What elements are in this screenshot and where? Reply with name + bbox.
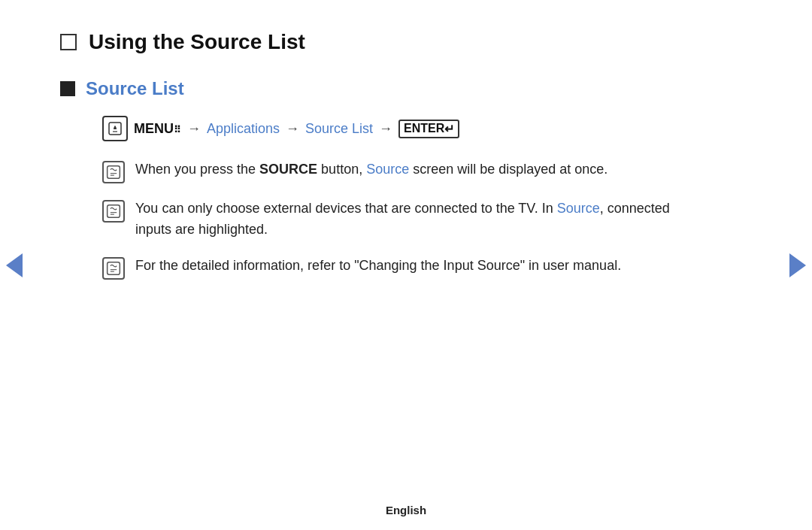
svg-rect-4 bbox=[108, 205, 120, 218]
menu-label: MENU⠿ bbox=[134, 121, 181, 137]
note-text-2: You can only choose external devices tha… bbox=[135, 198, 677, 241]
note-item-2: You can only choose external devices tha… bbox=[102, 198, 677, 241]
main-content: Using the Source List Source List MENU⠿ … bbox=[0, 0, 737, 325]
menu-finger-icon bbox=[102, 116, 128, 141]
section-title: Source List bbox=[86, 78, 184, 99]
note-icon-2 bbox=[102, 200, 125, 223]
arrow-1: → bbox=[187, 121, 201, 137]
source-list-link: Source List bbox=[305, 121, 373, 137]
svg-rect-7 bbox=[108, 262, 120, 274]
arrow-2: → bbox=[286, 121, 299, 137]
note-icon-3 bbox=[102, 257, 125, 280]
page-title: Using the Source List bbox=[89, 30, 305, 54]
menu-path: MENU⠿ → Applications → Source List → ENT… bbox=[102, 116, 677, 141]
section-header: Source List bbox=[60, 78, 677, 99]
note-text-3: For the detailed information, refer to "… bbox=[135, 256, 621, 277]
applications-link: Applications bbox=[207, 121, 280, 137]
title-checkbox-icon bbox=[60, 34, 77, 50]
arrow-3: → bbox=[379, 121, 392, 137]
enter-label: ENTER bbox=[404, 122, 444, 135]
note-item-3: For the detailed information, refer to "… bbox=[102, 256, 677, 280]
note-icon-1 bbox=[102, 161, 125, 183]
note-item-1: When you press the SOURCE button, Source… bbox=[102, 159, 677, 183]
page-title-container: Using the Source List bbox=[60, 30, 677, 54]
svg-rect-1 bbox=[108, 166, 120, 179]
nav-left-arrow[interactable] bbox=[6, 253, 23, 277]
enter-icon: ENTER↵ bbox=[398, 120, 459, 138]
note-text-1: When you press the SOURCE button, Source… bbox=[135, 159, 607, 180]
footer-language: English bbox=[386, 504, 426, 516]
section-bullet-icon bbox=[60, 81, 75, 96]
nav-right-arrow[interactable] bbox=[789, 253, 806, 277]
